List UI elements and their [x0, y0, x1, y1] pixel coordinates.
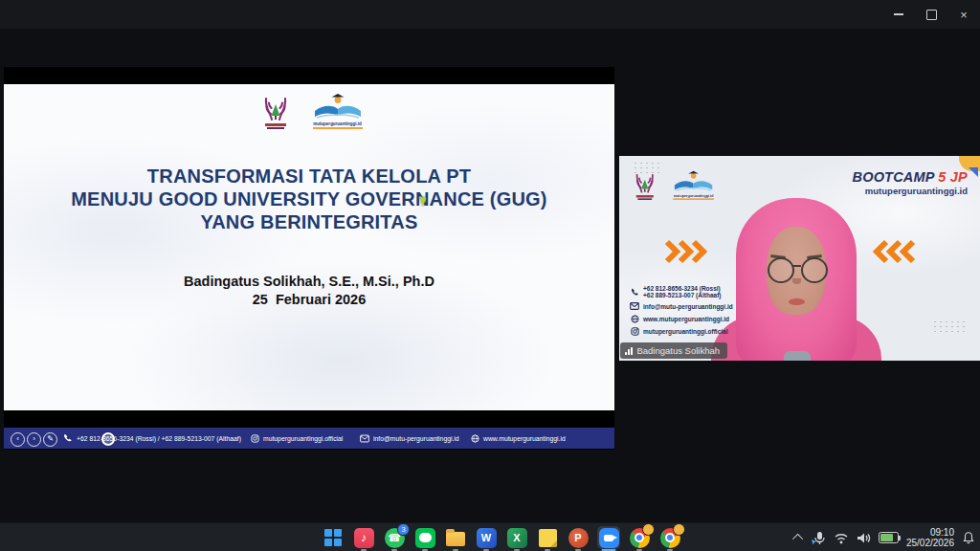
line-icon — [415, 528, 435, 548]
contact-phone-row: +62 812-8656-3234 (Rossi) +62 889-5213-0… — [630, 285, 733, 298]
presentation-date: 25 Februari 2026 — [4, 292, 614, 307]
microphone-in-use-icon[interactable] — [811, 531, 826, 545]
webcam-contact-list: +62 812-8656-3234 (Rossi) +62 889-5213-0… — [630, 285, 733, 337]
chevrons-left-icon — [869, 238, 917, 265]
mutu-logo-caption: mutuperguruantinggi.id — [313, 121, 362, 126]
bootcamp-highlight-text: 5 JP — [938, 169, 968, 185]
phone-icon — [63, 433, 73, 443]
music-icon: ♪ — [354, 528, 374, 548]
audio-level-icon — [625, 347, 633, 355]
slide-title-line: TRANSFORMASI TATA KELOLA PT — [4, 165, 614, 187]
music-app-button[interactable]: ♪ — [352, 526, 375, 549]
email-icon — [630, 302, 639, 310]
bootcamp-subtitle: mutuperguruantinggi.id — [852, 186, 968, 196]
annotation-prev-button[interactable]: ‹ — [11, 432, 25, 447]
sticky-note-icon — [539, 529, 557, 547]
word-icon: W — [477, 528, 497, 548]
minimize-icon — [894, 13, 903, 15]
powerpoint-button[interactable]: P — [567, 526, 590, 549]
footer-email-text: info@mutu-perguruantinggi.id — [373, 435, 459, 442]
padma-logo-text-bar — [267, 127, 284, 129]
contact-email-text: info@mutu-perguruantinggi.id — [643, 303, 733, 310]
annotation-next-button[interactable]: › — [27, 432, 41, 447]
maximize-button[interactable] — [915, 0, 947, 29]
pointer-highlight-cursor — [101, 432, 115, 446]
excel-button[interactable]: X — [505, 526, 528, 549]
corner-decoration — [969, 167, 978, 177]
person-lips — [789, 298, 805, 305]
tray-overflow-chevron-icon[interactable] — [792, 534, 803, 544]
excel-icon: X — [507, 528, 527, 548]
system-tray: 09:10 25/02/2026 — [795, 523, 975, 551]
bootcamp-banner: BOOTCAMP 5 JP mutuperguruantinggi.id — [852, 169, 968, 196]
notification-bell-icon[interactable] — [962, 531, 975, 544]
instagram-icon — [251, 434, 259, 443]
zoom-app-button[interactable] — [597, 526, 620, 549]
footer-phone-item: +62 812-8656-3234 (Rossi) / +62 889-5213… — [63, 428, 241, 449]
file-explorer-button[interactable] — [444, 526, 467, 549]
email-icon — [360, 434, 369, 443]
person-glasses — [801, 257, 828, 283]
restore-icon — [926, 10, 937, 20]
battery-icon[interactable] — [879, 532, 899, 543]
chrome-button-2[interactable] — [658, 526, 681, 549]
clock-date: 25/02/2026 — [906, 538, 954, 548]
whatsapp-button[interactable]: ☎3 — [383, 526, 406, 549]
clock-time: 09:10 — [930, 527, 954, 538]
padma-nusantara-logo-icon — [631, 169, 659, 206]
mutuperguruantinggi-logo-icon: mutuperguruantinggi.id — [301, 92, 374, 136]
taskbar-center-icons: ♪ ☎3 W X P — [322, 523, 681, 551]
slide-logo-row: mutuperguruantinggi.id — [4, 92, 614, 136]
padma-logo-text-bar — [636, 195, 654, 197]
contact-instagram-row: mutuperguruantinggi.official — [630, 327, 733, 337]
annotation-draw-button[interactable]: ✎ — [43, 432, 57, 447]
screen-share-area: mutuperguruantinggi.id TRANSFORMASI TATA… — [4, 67, 614, 450]
powerpoint-icon: P — [568, 528, 589, 548]
presenter-name: Badingatus Solikhah, S.E., M.Si., Ph.D — [4, 274, 614, 289]
globe-icon — [471, 434, 479, 443]
webcam-video-tile[interactable]: mutuperguruantinggi.id BOOTCAMP 5 JP mut… — [619, 156, 980, 361]
slide-title-line: MENUJU GOOD UNIVERSITY GOVERNANCE (GUG) — [4, 187, 614, 210]
zoom-camera-icon — [599, 528, 619, 548]
chevrons-right-icon — [663, 238, 711, 265]
window-titlebar: × — [0, 0, 980, 29]
slide-title: TRANSFORMASI TATA KELOLA PT MENUJU GOOD … — [4, 165, 614, 233]
bootcamp-title: BOOTCAMP 5 JP — [852, 169, 968, 185]
whatsapp-badge: 3 — [397, 523, 410, 536]
pencil-icon: ✎ — [47, 435, 54, 443]
line-app-button[interactable] — [413, 526, 436, 549]
chrome-button[interactable] — [628, 526, 651, 549]
chrome-profile-badge — [642, 523, 655, 536]
wifi-icon[interactable] — [834, 532, 849, 544]
footer-instagram-text: mutuperguruantinggi.official — [263, 435, 343, 442]
contact-email-row: info@mutu-perguruantinggi.id — [630, 301, 733, 311]
prev-icon: ‹ — [16, 435, 19, 443]
start-button[interactable] — [322, 526, 345, 549]
mutu-logo-caption: mutuperguruantinggi.id — [674, 193, 714, 197]
person-glasses — [768, 257, 794, 283]
taskbar-clock[interactable]: 09:10 25/02/2026 — [906, 527, 954, 548]
person-nose — [792, 278, 801, 284]
person-glasses-bridge — [792, 265, 801, 267]
participant-name-tag: Badingatus Solikhah — [620, 342, 727, 359]
person-collar — [784, 351, 811, 361]
padma-logo-text-bar — [265, 123, 286, 126]
padma-nusantara-logo-icon — [258, 92, 293, 136]
close-button[interactable]: × — [947, 0, 980, 29]
contact-website-row: www.mutuperguruantinggi.id — [630, 314, 733, 323]
slide-footer-bar: ‹ › ✎ +62 812-8656-3234 (Rossi) / +62 88… — [4, 428, 614, 449]
volume-icon[interactable] — [857, 532, 871, 544]
dots-decoration — [932, 320, 969, 336]
word-button[interactable]: W — [475, 526, 498, 549]
presentation-slide: mutuperguruantinggi.id TRANSFORMASI TATA… — [4, 84, 614, 410]
windows-start-icon — [324, 529, 342, 546]
sticky-notes-button[interactable] — [536, 526, 559, 549]
minimize-button[interactable] — [882, 0, 915, 29]
chrome-profile-badge — [673, 523, 685, 536]
footer-email-item: info@mutu-perguruantinggi.id — [360, 428, 459, 449]
mutu-logo-subtitle-bar — [313, 127, 363, 129]
globe-icon — [631, 315, 639, 323]
bootcamp-title-text: BOOTCAMP — [852, 169, 934, 185]
phone-icon — [631, 288, 639, 297]
mutu-logo-subtitle-bar — [673, 198, 714, 200]
